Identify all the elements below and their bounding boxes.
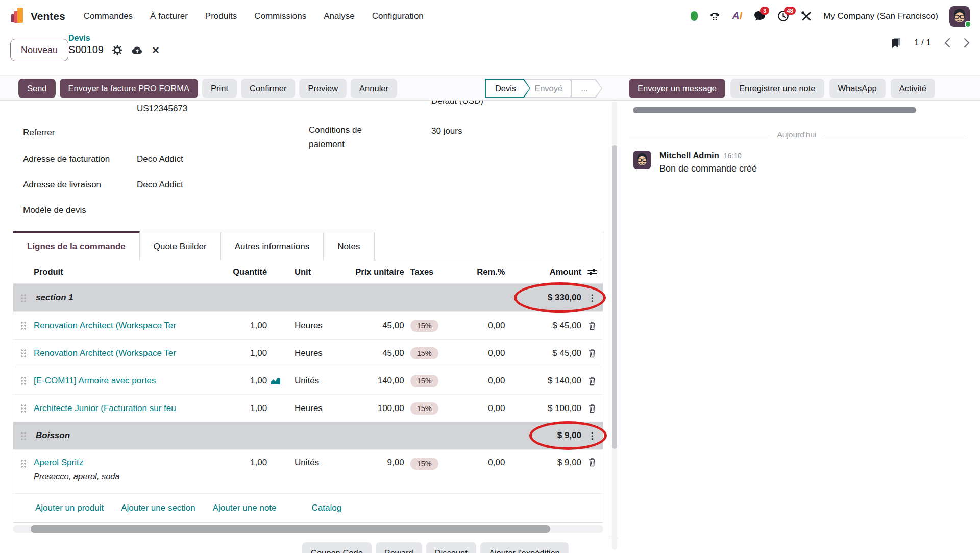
send-button[interactable]: Send	[18, 79, 56, 98]
message-author[interactable]: Mitchell Admin	[659, 151, 719, 160]
qty-cell[interactable]: 1,00	[206, 450, 267, 468]
payment-terms-value[interactable]: 30 jours	[431, 126, 462, 136]
discount-cell[interactable]: 0,00	[465, 450, 505, 468]
delete-row-icon[interactable]	[581, 450, 603, 467]
tax-badge[interactable]: 15%	[410, 320, 438, 332]
tab-notes[interactable]: Notes	[324, 232, 374, 260]
price-cell[interactable]: 45,00	[346, 348, 404, 358]
product-link[interactable]: Renovation Architect (Workspace Ter	[34, 348, 176, 358]
product-link[interactable]: Aperol Spritz	[34, 458, 83, 467]
new-button[interactable]: Nouveau	[10, 39, 68, 61]
pager-previous-icon[interactable]	[944, 38, 950, 48]
activities-clock-icon[interactable]: 48	[777, 10, 789, 22]
discount-cell[interactable]: 0,00	[465, 348, 505, 358]
discount-cell[interactable]: 0,00	[465, 376, 505, 386]
kebab-menu-icon[interactable]: ⋮	[588, 294, 597, 302]
confirm-button[interactable]: Confirmer	[241, 79, 295, 98]
vertical-scrollbar[interactable]	[612, 102, 617, 550]
pager-next-icon[interactable]	[964, 38, 970, 48]
horizontal-scrollbar[interactable]	[13, 525, 603, 533]
qty-cell[interactable]: 1,00	[206, 348, 267, 358]
app-brand[interactable]: Ventes	[10, 7, 65, 26]
drag-handle[interactable]	[13, 404, 34, 413]
price-cell[interactable]: 9,00	[346, 450, 404, 468]
discount-cell[interactable]: 0,00	[465, 403, 505, 414]
delete-row-icon[interactable]	[581, 321, 603, 330]
kebab-menu-icon[interactable]: ⋮	[588, 431, 597, 440]
tax-badge[interactable]: 15%	[410, 347, 438, 359]
section-name[interactable]: section 1	[34, 293, 505, 303]
send-message-button[interactable]: Envoyer un message	[629, 79, 725, 98]
qty-cell[interactable]: 1,00	[206, 376, 267, 386]
gear-icon[interactable]	[112, 45, 122, 55]
tax-badge[interactable]: 15%	[410, 375, 438, 387]
unit-cell[interactable]: Unités	[284, 450, 346, 468]
forecast-chart-icon[interactable]	[267, 377, 284, 385]
drag-handle[interactable]	[13, 450, 34, 468]
drag-handle[interactable]	[13, 376, 34, 385]
menu-produits[interactable]: Produits	[205, 11, 237, 21]
stage-devis[interactable]: Devis	[485, 79, 530, 98]
stage-more[interactable]: ...	[571, 79, 602, 98]
menu-configuration[interactable]: Configuration	[372, 11, 424, 21]
menu-analyse[interactable]: Analyse	[324, 11, 354, 21]
discount-cell[interactable]: 0,00	[465, 321, 505, 331]
add-shipping-button[interactable]: Ajouter l'expédition	[480, 542, 569, 553]
unit-cell[interactable]: Unités	[284, 376, 346, 386]
unit-cell[interactable]: Heures	[284, 348, 346, 358]
menu-commissions[interactable]: Commissions	[254, 11, 306, 21]
product-link[interactable]: Renovation Architect (Workspace Ter	[34, 321, 176, 330]
menu-a-facturer[interactable]: À facturer	[150, 11, 188, 21]
tab-other-info[interactable]: Autres informations	[221, 232, 324, 260]
cancel-button[interactable]: Annuler	[351, 79, 397, 98]
qty-cell[interactable]: 1,00	[206, 403, 267, 414]
discard-close-icon[interactable]: ×	[152, 45, 159, 55]
bookmark-icon[interactable]	[892, 37, 901, 49]
stage-envoye[interactable]: Envoyé	[524, 79, 577, 98]
billing-address-value[interactable]: Deco Addict	[137, 154, 183, 164]
delete-row-icon[interactable]	[581, 349, 603, 358]
messages-icon[interactable]: 3	[753, 10, 766, 22]
vat-value[interactable]: US12345673	[137, 104, 187, 114]
tools-icon[interactable]	[800, 10, 812, 22]
print-button[interactable]: Print	[202, 79, 237, 98]
horizontal-scrollbar-thumb[interactable]	[31, 525, 550, 533]
drag-handle[interactable]	[13, 321, 34, 330]
drag-handle[interactable]	[13, 294, 34, 302]
coupon-code-button[interactable]: Coupon Code	[302, 542, 372, 553]
price-cell[interactable]: 45,00	[346, 321, 404, 331]
tax-badge[interactable]: 15%	[410, 402, 438, 415]
voip-phone-icon[interactable]	[709, 11, 721, 21]
proforma-button[interactable]: Envoyer la facture PRO FORMA	[60, 79, 199, 98]
catalog-link[interactable]: Catalog	[312, 503, 342, 513]
preview-button[interactable]: Preview	[299, 79, 347, 98]
add-note-link[interactable]: Ajouter une note	[213, 503, 277, 513]
breadcrumb-parent-link[interactable]: Devis	[68, 34, 159, 43]
drag-handle[interactable]	[13, 431, 34, 440]
drag-handle[interactable]	[13, 349, 34, 357]
user-avatar[interactable]	[949, 6, 970, 27]
unit-cell[interactable]: Heures	[284, 321, 346, 331]
ai-icon[interactable]: AI	[732, 10, 742, 22]
add-section-link[interactable]: Ajouter une section	[121, 503, 195, 513]
shipping-address-value[interactable]: Deco Addict	[137, 180, 183, 190]
add-product-link[interactable]: Ajouter un produit	[35, 503, 104, 513]
price-cell[interactable]: 140,00	[346, 376, 404, 386]
unit-cell[interactable]: Heures	[284, 403, 346, 414]
reward-button[interactable]: Reward	[376, 542, 422, 553]
qty-cell[interactable]: 1,00	[206, 321, 267, 331]
delete-row-icon[interactable]	[581, 404, 603, 413]
section-name[interactable]: Boisson	[34, 430, 505, 441]
activity-button[interactable]: Activité	[891, 79, 935, 98]
chatter-scrollbar-thumb[interactable]	[633, 107, 916, 113]
delete-row-icon[interactable]	[581, 376, 603, 386]
tab-quote-builder[interactable]: Quote Builder	[140, 232, 221, 260]
tax-badge[interactable]: 15%	[410, 458, 438, 470]
discount-button[interactable]: Discount	[426, 542, 476, 553]
company-name[interactable]: My Company (San Francisco)	[823, 11, 938, 21]
log-note-button[interactable]: Enregistrer une note	[730, 79, 824, 98]
product-link[interactable]: [E-COM11] Armoire avec portes	[34, 376, 156, 386]
menu-commandes[interactable]: Commandes	[84, 11, 133, 21]
price-cell[interactable]: 100,00	[346, 403, 404, 414]
tab-order-lines[interactable]: Lignes de la commande	[13, 231, 140, 260]
